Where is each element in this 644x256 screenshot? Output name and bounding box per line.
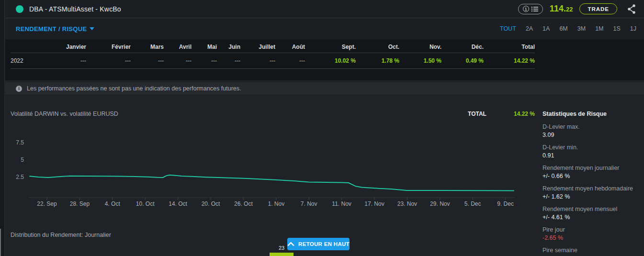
x-tick-29-nov: 29. Nov: [423, 200, 457, 207]
period-1a[interactable]: 1A: [542, 25, 550, 32]
col-header-Avril: Avril: [164, 41, 192, 53]
stat-item: D-Levier min.0.91: [542, 144, 641, 160]
stat-item: D-Levier max.3.09: [542, 123, 641, 139]
y-tick-7-5: 7.5: [5, 139, 24, 146]
stat-value: +/- 0.66 %: [542, 172, 641, 180]
x-tick-20-oct: 20. Oct: [194, 200, 227, 207]
cell-Août: ---: [275, 53, 305, 68]
stat-value: +/- 1.62 %: [542, 193, 641, 201]
col-header-Déc.: Déc.: [441, 41, 484, 53]
stat-label: Rendement moyen journalier: [542, 164, 641, 172]
x-tick-22-sep: 22. Sep: [30, 200, 64, 207]
cell-Mai: ---: [192, 53, 217, 68]
period-1m[interactable]: 1M: [595, 25, 603, 32]
x-tick-26-oct: 26. Oct: [226, 200, 260, 207]
x-tick-1-nov: 1. Nov: [260, 200, 293, 207]
risk-stats-list: D-Levier max.3.09D-Levier min.0.91Rendem…: [542, 123, 641, 256]
cell-Janvier: ---: [39, 53, 86, 68]
share-icon[interactable]: [627, 4, 636, 14]
stat-item: Rendement moyen mensuel+/- 4.61 %: [542, 205, 641, 222]
stat-value: +/- 4.61 %: [542, 213, 641, 222]
volatility-chart: [29, 122, 515, 201]
cell-Déc.: 0.49 %: [441, 53, 484, 68]
stat-label: D-Levier max.: [542, 123, 641, 131]
x-tick-28-sep: 28. Sep: [63, 200, 96, 207]
cell-Mars: ---: [131, 53, 164, 68]
cell-Oct.: 1.78 %: [356, 53, 399, 68]
stat-label: Rendement moyen mensuel: [542, 205, 641, 213]
header-bar: DBA - ATSMultiAsset - KwcBo 1 114. 22 TR…: [5, 0, 644, 18]
quote-price-main: 114.: [550, 4, 566, 14]
col-header-Total: Total: [484, 41, 535, 53]
quote-price-decimals: 22: [566, 6, 573, 13]
col-header-Mai: Mai: [192, 41, 217, 53]
cell-Nov.: 1.50 %: [399, 53, 441, 68]
stat-value: 0.91: [542, 152, 641, 160]
distribution-bar: [270, 253, 294, 256]
x-tick-14-oct: 14. Oct: [161, 200, 195, 207]
x-tick-4-oct: 4. Oct: [96, 200, 129, 207]
watchlist-button[interactable]: 1: [518, 4, 543, 14]
table-header-row: JanvierFévrierMarsAvrilMaiJuinJuilletAoû…: [11, 41, 535, 53]
section-dropdown-label: RENDEMENT / RISQUE: [16, 25, 87, 33]
col-header-Mars: Mars: [131, 41, 164, 53]
back-to-top-button[interactable]: RETOUR EN HAUT: [287, 238, 350, 250]
stat-label: Pire semaine: [542, 246, 641, 255]
risk-stats-title: Statistiques de Risque: [542, 111, 641, 117]
risk-stats-panel: Statistiques de Risque D-Levier max.3.09…: [542, 111, 641, 256]
y-tick-2-5: 2.5: [5, 174, 24, 180]
x-tick-11-nov: 11. Nov: [325, 200, 359, 207]
performance-table: JanvierFévrierMarsAvrilMaiJuinJuilletAoû…: [11, 41, 535, 69]
col-header-Juillet: Juillet: [240, 41, 275, 53]
distribution-title: Distribution du Rendement: Journalier: [11, 232, 111, 238]
section-nav-bar: RENDEMENT / RISQUE TOUT2A1A6M3M1M1S1J: [5, 19, 644, 39]
chevron-down-icon: [90, 27, 94, 30]
back-to-top-label: RETOUR EN HAUT: [298, 241, 350, 247]
period-list: TOUT2A1A6M3M1M1S1J: [500, 25, 644, 32]
x-tick-23-nov: 23. Nov: [390, 200, 424, 207]
cell-Février: ---: [86, 53, 131, 68]
period-1j[interactable]: 1J: [630, 25, 636, 32]
period-2a[interactable]: 2A: [526, 25, 533, 32]
period-1s[interactable]: 1S: [613, 25, 621, 32]
header-actions: 1 114. 22 TRADE: [518, 3, 644, 14]
row-year: 2022: [11, 53, 39, 68]
quote-price: 114. 22: [550, 4, 573, 14]
list-icon: [531, 6, 538, 12]
col-header-Janvier: Janvier: [39, 41, 86, 53]
cell-Juin: ---: [217, 53, 240, 68]
table-row: 2022------------------------10.02 %1.78 …: [11, 53, 535, 68]
x-tick-7-nov: 7. Nov: [292, 200, 326, 207]
stat-value: 3.09: [542, 131, 641, 139]
period-3m[interactable]: 3M: [577, 25, 586, 32]
col-header-Sept.: Sept.: [305, 41, 356, 53]
section-dropdown[interactable]: RENDEMENT / RISQUE: [16, 25, 94, 33]
col-header-Oct.: Oct.: [356, 41, 399, 53]
disclaimer-text: Les performances passées ne sont pas une…: [27, 85, 241, 92]
period-tout[interactable]: TOUT: [500, 25, 516, 32]
total-value: 14.22 %: [514, 111, 535, 117]
performance-table-band: JanvierFévrierMarsAvrilMaiJuinJuilletAoû…: [5, 39, 644, 80]
trade-button[interactable]: TRADE: [579, 3, 617, 14]
stat-item: Pire semaine-4.33 %: [542, 246, 641, 256]
info-icon: i: [16, 86, 22, 92]
col-header-Février: Février: [86, 41, 131, 53]
x-tick-9-dec: 9. Dec: [489, 200, 522, 207]
period-6m[interactable]: 6M: [559, 25, 567, 32]
col-header-Nov.: Nov.: [399, 41, 441, 53]
x-tick-17-nov: 17. Nov: [358, 200, 391, 207]
stat-item: Rendement moyen hebdomadaire+/- 1.62 %: [542, 185, 641, 201]
x-tick-10-oct: 10. Oct: [128, 200, 162, 207]
col-header-year: [11, 41, 39, 53]
x-tick-5-dec: 5. Dec: [456, 200, 489, 207]
watchlist-count-badge: 1: [523, 6, 529, 12]
stat-item: Pire jour-2.65 %: [542, 226, 641, 242]
disclaimer-bar: i Les performances passées ne sont pas u…: [5, 82, 644, 95]
y-tick-5: 5: [5, 156, 24, 163]
x-axis-ticks: [47, 198, 506, 200]
page-title: DBA - ATSMultiAsset - KwcBo: [29, 5, 121, 13]
scrollbar[interactable]: [0, 229, 1, 256]
chart-title: Volatilité DARWIN vs. volatilité EURUSD: [11, 111, 118, 117]
stat-label: Rendement moyen hebdomadaire: [542, 185, 641, 193]
stat-label: Pire jour: [542, 226, 641, 234]
